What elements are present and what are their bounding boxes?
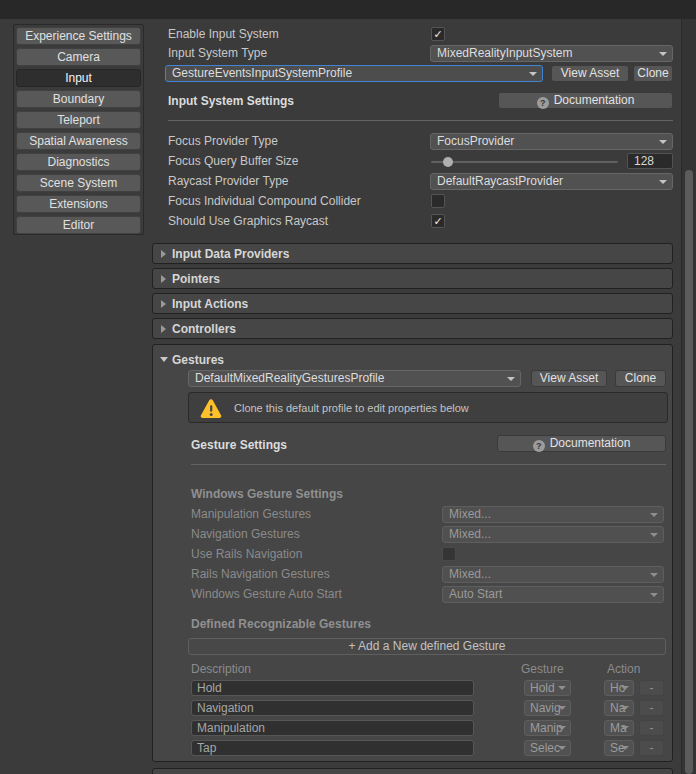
raycast-provider-value: DefaultRaycastProvider [437, 174, 563, 188]
dropdown-arrow-icon [621, 726, 629, 730]
gestures-title: Gestures [172, 350, 224, 370]
dropdown-arrow-icon [558, 726, 566, 730]
clone-warning-text: Clone this default profile to edit prope… [234, 393, 469, 423]
sidebar-item-scene-system[interactable]: Scene System [16, 174, 141, 192]
dropdown-arrow-icon [558, 706, 566, 710]
dropdown-arrow-icon [659, 180, 667, 184]
gesture-description-field[interactable]: Tap [191, 740, 474, 756]
table-header-gesture: Gesture [521, 662, 575, 677]
sidebar-item-experience-settings[interactable]: Experience Settings [16, 27, 141, 45]
gestures-clone-button[interactable]: Clone [615, 370, 666, 387]
clone-button[interactable]: Clone [633, 65, 673, 82]
help-icon: ? [537, 97, 549, 109]
focus-individual-compound-collider-label: Focus Individual Compound Collider [168, 193, 361, 210]
raycast-provider-dropdown[interactable]: DefaultRaycastProvider [430, 173, 673, 190]
windows-gesture-settings-title: Windows Gesture Settings [191, 486, 343, 503]
dropdown-arrow-icon [558, 686, 566, 690]
focus-provider-dropdown[interactable]: FocusProvider [430, 133, 673, 150]
sidebar-item-teleport[interactable]: Teleport [16, 111, 141, 129]
should-use-graphics-raycast-label: Should Use Graphics Raycast [168, 213, 328, 230]
manipulation-gestures-label: Manipulation Gestures [191, 506, 311, 523]
section-divider [191, 464, 666, 465]
documentation-label: Documentation [550, 436, 631, 450]
input-system-type-dropdown[interactable]: MixedRealityInputSystem [430, 45, 673, 62]
section-gestures: Gestures DefaultMixedRealityGesturesProf… [152, 344, 673, 762]
focus-provider-value: FocusProvider [437, 134, 514, 148]
sidebar-item-boundary[interactable]: Boundary [16, 90, 141, 108]
sidebar-item-diagnostics[interactable]: Diagnostics [16, 153, 141, 171]
gesture-action-dropdown[interactable]: Ma [604, 720, 634, 736]
section-partial-bottom[interactable] [152, 768, 673, 774]
buffer-size-value-field[interactable]: 128 [627, 153, 673, 169]
gesture-type-value: Hold [530, 681, 555, 695]
remove-gesture-button[interactable]: - [639, 740, 664, 756]
dropdown-arrow-icon [507, 377, 515, 381]
section-input-data-providers[interactable]: Input Data Providers [152, 243, 673, 264]
defined-recognizable-gestures-title: Defined Recognizable Gestures [191, 616, 371, 633]
add-defined-gesture-button[interactable]: + Add a New defined Gesture [188, 638, 666, 655]
navigation-gestures-value: Mixed... [449, 527, 491, 541]
input-settings-panel: Enable Input System Input System Type Mi… [152, 0, 681, 774]
navigation-gestures-dropdown: Mixed... [442, 526, 664, 543]
navigation-gestures-label: Navigation Gestures [191, 526, 300, 543]
remove-gesture-button[interactable]: - [639, 720, 664, 736]
buffer-size-slider[interactable] [431, 161, 618, 163]
section-controllers[interactable]: Controllers [152, 318, 673, 339]
section-label: Pointers [172, 269, 220, 289]
gesture-action-dropdown[interactable]: Na [604, 700, 634, 716]
gesture-type-value: Navig [530, 701, 561, 715]
gesture-type-dropdown[interactable]: Manip [524, 720, 571, 736]
should-use-graphics-raycast-checkbox[interactable] [431, 214, 445, 228]
dropdown-arrow-icon [529, 72, 537, 76]
manipulation-gestures-value: Mixed... [449, 507, 491, 521]
sidebar-item-camera[interactable]: Camera [16, 48, 141, 66]
gesture-action-dropdown[interactable]: Se [604, 740, 634, 756]
sidebar-item-spatial-awareness[interactable]: Spatial Awareness [16, 132, 141, 150]
gesture-type-dropdown[interactable]: Hold [524, 680, 571, 696]
dropdown-arrow-icon [621, 686, 629, 690]
scrollbar-thumb[interactable] [685, 170, 693, 774]
sidebar-item-editor[interactable]: Editor [16, 216, 141, 234]
enable-input-system-checkbox[interactable] [431, 27, 445, 41]
documentation-button[interactable]: ?Documentation [498, 92, 673, 109]
gesture-type-dropdown[interactable]: Navig [524, 700, 571, 716]
gesture-action-dropdown[interactable]: Ho [604, 680, 634, 696]
view-asset-button[interactable]: View Asset [551, 65, 629, 82]
input-system-type-value: MixedRealityInputSystem [437, 46, 572, 60]
gesture-description-field[interactable]: Navigation [191, 700, 474, 716]
input-profile-dropdown[interactable]: GestureEventsInputSystemProfile [165, 65, 543, 82]
dropdown-arrow-icon [650, 593, 658, 597]
rails-navigation-gestures-value: Mixed... [449, 567, 491, 581]
documentation-label: Documentation [554, 93, 635, 107]
gestures-documentation-button[interactable]: ?Documentation [497, 435, 666, 452]
input-system-settings-title: Input System Settings [168, 93, 294, 110]
sidebar-item-input[interactable]: Input [16, 69, 141, 87]
dropdown-arrow-icon [621, 746, 629, 750]
section-input-actions[interactable]: Input Actions [152, 293, 673, 314]
rails-navigation-gestures-label: Rails Navigation Gestures [191, 566, 330, 583]
section-label: Input Data Providers [172, 244, 289, 264]
focus-provider-type-label: Focus Provider Type [168, 133, 278, 150]
table-header-description: Description [191, 662, 311, 677]
gestures-profile-value: DefaultMixedRealityGesturesProfile [195, 371, 384, 385]
gesture-settings-title: Gesture Settings [191, 437, 287, 454]
vertical-scrollbar[interactable] [681, 19, 696, 774]
windows-gesture-auto-start-value: Auto Start [449, 587, 502, 601]
section-divider [168, 120, 673, 121]
focus-individual-compound-collider-checkbox[interactable] [431, 194, 445, 208]
table-header-action: Action [607, 662, 649, 677]
raycast-provider-type-label: Raycast Provider Type [168, 173, 289, 190]
gesture-description-field[interactable]: Hold [191, 680, 474, 696]
section-pointers[interactable]: Pointers [152, 268, 673, 289]
remove-gesture-button[interactable]: - [639, 680, 664, 696]
remove-gesture-button[interactable]: - [639, 700, 664, 716]
clone-warning-box: Clone this default profile to edit prope… [188, 392, 668, 423]
dropdown-arrow-icon [621, 706, 629, 710]
sidebar-item-extensions[interactable]: Extensions [16, 195, 141, 213]
gesture-description-field[interactable]: Manipulation [191, 720, 474, 736]
dropdown-arrow-icon [659, 52, 667, 56]
gesture-type-dropdown[interactable]: Selec [524, 740, 571, 756]
gestures-view-asset-button[interactable]: View Asset [531, 370, 607, 387]
slider-handle[interactable] [443, 157, 453, 167]
gestures-profile-dropdown[interactable]: DefaultMixedRealityGesturesProfile [188, 370, 521, 387]
